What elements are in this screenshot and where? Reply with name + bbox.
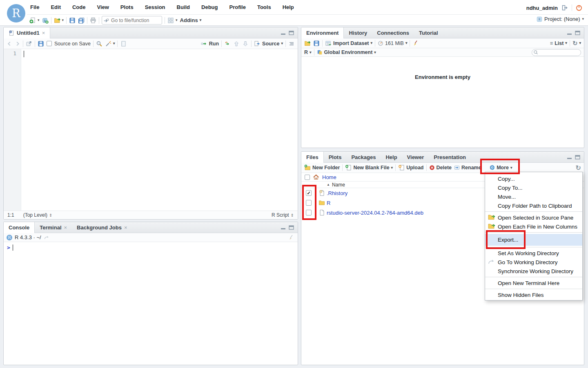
clear-console-icon[interactable] — [288, 234, 295, 241]
menu-code[interactable]: Code — [72, 4, 86, 10]
tab-packages[interactable]: Packages — [346, 152, 381, 162]
scope-selector[interactable]: (Top Level)⇕ — [23, 212, 53, 218]
minimize-icon[interactable] — [281, 225, 286, 230]
source-button[interactable]: Source ▾ — [254, 40, 283, 47]
menu-build[interactable]: Build — [177, 4, 190, 10]
more-button[interactable]: ⚙ More ▾ — [490, 164, 512, 171]
outline-icon[interactable] — [288, 40, 295, 47]
menu-help[interactable]: Help — [283, 4, 294, 10]
file-link[interactable]: .Rhistory — [327, 190, 347, 196]
list-view-button[interactable]: ≡ List ▾ — [550, 40, 567, 46]
menu-item-go-to-working-directory[interactable]: Go To Working Directory — [485, 258, 582, 267]
minimize-icon[interactable] — [567, 31, 572, 35]
addins-button[interactable]: Addins ▾ — [180, 17, 202, 23]
menu-view[interactable]: View — [97, 4, 109, 10]
rerun-icon[interactable] — [224, 40, 231, 47]
arrow-down-icon[interactable] — [242, 40, 249, 47]
run-button[interactable]: Run — [201, 40, 219, 47]
save-workspace-icon[interactable] — [313, 40, 320, 47]
global-environment-selector[interactable]: Global Environment ▾ — [317, 49, 376, 55]
forward-icon[interactable] — [15, 41, 20, 47]
open-file-button[interactable]: ▾ — [54, 17, 64, 24]
tab-background-jobs[interactable]: Background Jobs× — [72, 222, 132, 233]
select-all-checkbox[interactable] — [305, 175, 310, 180]
tab-files[interactable]: Files — [301, 152, 324, 163]
minimize-icon[interactable] — [567, 155, 572, 159]
tab-viewer[interactable]: Viewer — [402, 152, 429, 162]
menu-debug[interactable]: Debug — [201, 4, 218, 10]
menu-item-export[interactable]: Export... — [485, 234, 582, 246]
tab-untitled1[interactable]: R Untitled1 × — [4, 27, 50, 38]
name-column-header[interactable]: Name — [332, 182, 345, 188]
menu-tools[interactable]: Tools — [257, 4, 271, 10]
delete-button[interactable]: Delete — [429, 165, 452, 171]
menu-session[interactable]: Session — [145, 4, 165, 10]
popout-icon[interactable] — [26, 40, 32, 47]
project-selector[interactable]: R Project: (None) ▾ — [537, 16, 584, 22]
tab-environment[interactable]: Environment — [301, 27, 344, 38]
tab-history[interactable]: History — [344, 27, 372, 38]
menu-edit[interactable]: Edit — [51, 4, 61, 10]
tab-tutorial[interactable]: Tutorial — [414, 27, 443, 38]
close-icon[interactable]: × — [42, 30, 45, 36]
save-icon[interactable] — [69, 17, 76, 24]
pane-layout-button[interactable]: ▾ — [167, 17, 178, 24]
sign-out-icon[interactable] — [561, 4, 568, 11]
code-editor[interactable]: 1 — [4, 49, 298, 211]
maximize-icon[interactable] — [575, 31, 580, 35]
load-workspace-icon[interactable] — [304, 40, 311, 47]
file-checkbox[interactable]: ✓ — [306, 190, 312, 196]
menu-plots[interactable]: Plots — [120, 4, 134, 10]
menu-item-set-working-directory[interactable]: Set As Working Directory — [485, 249, 582, 258]
goto-file-input[interactable] — [102, 16, 162, 25]
console-input-area[interactable]: > — [4, 242, 298, 251]
menu-item-open-each[interactable]: Open Each File in New Columns — [485, 222, 582, 231]
clear-objects-icon[interactable] — [412, 40, 419, 47]
session-link-icon[interactable] — [44, 235, 49, 240]
language-selector[interactable]: R ▾ — [304, 49, 312, 55]
rename-button[interactable]: Rename — [454, 165, 481, 171]
folder-link[interactable]: R — [327, 200, 330, 206]
menu-item-open-selected[interactable]: Open Selected in Source Pane — [485, 213, 582, 222]
new-blank-file-button[interactable]: New Blank File ▾ — [345, 164, 393, 171]
save-all-icon[interactable] — [78, 17, 85, 24]
maximize-icon[interactable] — [575, 155, 580, 159]
find-replace-icon[interactable] — [96, 40, 102, 47]
file-link[interactable]: rstudio-server-2024.04.2-764-amd64.deb — [327, 210, 423, 216]
minimize-icon[interactable] — [281, 31, 286, 35]
memory-usage-button[interactable]: 161 MiB ▾ — [378, 40, 407, 46]
refresh-button[interactable]: ↻ ▾ — [572, 40, 581, 47]
maximize-icon[interactable] — [289, 31, 294, 35]
new-file-button[interactable]: ▾ — [29, 17, 40, 24]
maximize-icon[interactable] — [289, 225, 294, 230]
close-icon[interactable]: × — [124, 224, 127, 231]
menu-item-copy-to[interactable]: Copy To... — [485, 183, 582, 192]
menu-item-move[interactable]: Move... — [485, 192, 582, 201]
menu-file[interactable]: File — [30, 4, 39, 10]
file-checkbox[interactable] — [306, 210, 312, 215]
close-icon[interactable]: × — [64, 224, 67, 231]
code-tools-button[interactable]: ▾ — [105, 40, 115, 47]
file-checkbox[interactable] — [306, 200, 312, 206]
source-on-save-checkbox[interactable] — [47, 41, 52, 46]
compile-report-icon[interactable] — [120, 40, 127, 47]
tab-presentation[interactable]: Presentation — [429, 152, 471, 162]
refresh-icon[interactable]: ↻ — [576, 164, 581, 172]
print-icon[interactable] — [90, 17, 96, 24]
quit-session-icon[interactable] — [576, 4, 582, 11]
menu-item-copy[interactable]: Copy... — [485, 174, 582, 183]
upload-button[interactable]: Upload — [398, 164, 423, 171]
tab-plots[interactable]: Plots — [324, 152, 347, 162]
tab-connections[interactable]: Connections — [372, 27, 414, 38]
save-icon[interactable] — [38, 40, 44, 47]
tab-console[interactable]: Console — [4, 222, 35, 233]
menu-item-synchronize-working-directory[interactable]: Synchronize Working Directory — [485, 267, 582, 276]
goto-file-search[interactable] — [102, 16, 162, 25]
menu-item-open-new-terminal[interactable]: Open New Terminal Here — [485, 278, 582, 287]
arrow-up-icon[interactable] — [233, 40, 240, 47]
back-icon[interactable] — [7, 41, 12, 47]
environment-search-input[interactable] — [532, 49, 581, 56]
import-dataset-button[interactable]: Import Dataset ▾ — [325, 40, 372, 47]
menu-item-copy-folder-path[interactable]: Copy Folder Path to Clipboard — [485, 201, 582, 210]
breadcrumb-home-link[interactable]: Home — [322, 174, 336, 180]
